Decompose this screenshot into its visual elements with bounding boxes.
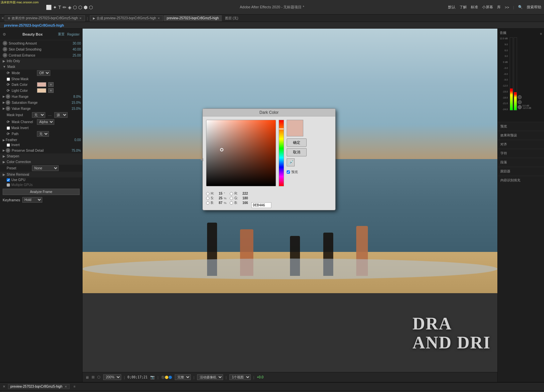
mask-input-select[interactable]: 无	[32, 112, 45, 118]
mask-invert-checkbox[interactable]	[7, 126, 10, 130]
nav-default[interactable]: 默认	[448, 5, 455, 10]
tab-effects[interactable]: ⚙ 效果控件 preview-257023-bqnCr8Gmz5-high ✕	[5, 15, 85, 21]
search-help[interactable]: 搜索帮助	[527, 5, 541, 10]
toolbar-icon-8[interactable]: ⬢	[84, 5, 88, 10]
light-color-icon[interactable]: ⟳	[7, 89, 10, 93]
path-icon[interactable]: ⟳	[7, 132, 10, 136]
hue-radio[interactable]	[206, 192, 209, 195]
eyedropper-button[interactable]: 💉	[287, 158, 295, 166]
feather-expand[interactable]: ▶	[3, 138, 5, 142]
preserve-icon[interactable]: ⟳	[6, 148, 10, 153]
info-only-section[interactable]: ▶ Info Only	[0, 58, 82, 64]
tab-comp[interactable]: ▶ 合成 preview-257023-bqnCr8Gmz5-high ✕	[90, 15, 163, 21]
preview-section-right[interactable]: 预览	[498, 122, 544, 131]
show-mask-checkbox[interactable]	[7, 78, 10, 81]
character-section[interactable]: 字符	[498, 149, 544, 158]
reset-link[interactable]: 重置	[58, 32, 65, 37]
camera-select[interactable]: 活动摄像机	[197, 374, 223, 380]
mask-channel-select[interactable]: Alpha	[37, 119, 54, 125]
timeline-tab-close[interactable]: ✕	[65, 385, 67, 388]
color-gradient-picker[interactable]	[206, 120, 276, 186]
keyframes-select[interactable]: Hold	[22, 197, 42, 203]
val-expand[interactable]: ▶	[3, 107, 5, 110]
preserve-value[interactable]: 75.0%	[72, 149, 81, 152]
sat-value[interactable]: 15.0%	[72, 101, 81, 104]
toolbar-icon-4[interactable]: ✏	[63, 5, 67, 10]
val-value[interactable]: 15.0%	[72, 107, 81, 110]
shine-removal-section[interactable]: ▶ Shine Removal	[0, 172, 82, 177]
hex-input[interactable]: DEB4A6	[251, 202, 271, 208]
contrast-icon[interactable]: ⟳	[3, 53, 7, 58]
nav-library[interactable]: 库	[497, 5, 501, 10]
g-radio[interactable]	[230, 197, 233, 200]
smoothing-value[interactable]: 30.00	[73, 42, 81, 45]
tab-comp-close[interactable]: ✕	[157, 17, 160, 20]
sat-radio[interactable]	[206, 197, 209, 200]
light-color-swatch[interactable]	[37, 88, 46, 93]
bright-radio[interactable]	[206, 201, 209, 205]
nav-standard[interactable]: 标准	[471, 5, 478, 10]
toolbar-icon-2[interactable]: ✦	[53, 5, 57, 10]
dark-color-icon[interactable]: ⟳	[7, 83, 10, 87]
effects-presets-section[interactable]: 效果和预设	[498, 131, 544, 140]
timeline-close-icon[interactable]: ✕	[3, 385, 5, 388]
register-link[interactable]: Register	[67, 33, 80, 36]
mode-select[interactable]: Off On	[37, 70, 50, 76]
hue-icon[interactable]: ⟳	[6, 94, 10, 99]
mode-icon[interactable]: ⟳	[7, 71, 10, 75]
light-color-btn[interactable]: ≡	[48, 88, 54, 93]
preset-select[interactable]: None	[32, 165, 59, 171]
preserve-expand[interactable]: ▶	[3, 149, 5, 152]
path-select[interactable]: 无	[37, 131, 49, 137]
content-aware-section[interactable]: 内容识别填充	[498, 176, 544, 185]
multiple-gpus-checkbox[interactable]	[7, 183, 10, 187]
skin-detail-value[interactable]: 40.00	[73, 48, 81, 51]
toolbar-icon-7[interactable]: ⬡	[78, 5, 82, 10]
tab-close-icon-1[interactable]: ✕	[1, 16, 4, 20]
zoom-select[interactable]: 200% 100% 50%	[103, 374, 121, 380]
nav-small[interactable]: 小屏幕	[482, 5, 493, 10]
paragraph-section[interactable]: 段落	[498, 158, 544, 167]
audio-menu-icon[interactable]: ≡	[540, 32, 542, 36]
mask-section[interactable]: ▼ Mask	[0, 64, 82, 70]
mask-channel-icon[interactable]: ⟳	[7, 120, 10, 124]
preview-checkbox[interactable]	[287, 170, 290, 174]
sat-icon[interactable]: ⟳	[6, 100, 10, 105]
contrast-value[interactable]: 25.00	[73, 54, 81, 57]
mask-input-select2[interactable]: 源	[54, 112, 68, 118]
smoothing-icon[interactable]: ⟳	[3, 41, 7, 46]
nav-learn[interactable]: 了解	[459, 5, 467, 10]
use-gpu-checkbox[interactable]	[7, 178, 10, 182]
feather-value[interactable]: 0.00	[75, 138, 81, 142]
hue-strip[interactable]	[279, 120, 284, 186]
nav-more[interactable]: >>	[505, 5, 509, 9]
toolbar-icon-5[interactable]: ◈	[68, 5, 72, 10]
toolbar-icon-1[interactable]: ⬜	[46, 5, 52, 10]
r-radio[interactable]	[230, 192, 233, 195]
timeline-tab[interactable]: preview-257023-bqnCr8Gmz5-high ✕	[8, 384, 70, 389]
dark-color-btn[interactable]: ≡	[48, 82, 54, 87]
invert-checkbox[interactable]	[7, 143, 10, 147]
dark-color-swatch[interactable]	[37, 82, 46, 87]
sharpen-section[interactable]: ▶ Sharpen	[0, 153, 82, 159]
hue-value[interactable]: 8.0%	[73, 95, 81, 98]
tab-effects-close[interactable]: ✕	[79, 17, 82, 20]
analyze-frame-button[interactable]: Analyze Frame	[3, 189, 80, 195]
views-select[interactable]: 1个视图	[229, 374, 251, 380]
search-icon[interactable]: 🔍	[518, 5, 523, 9]
tracker-section[interactable]: 跟踪器	[498, 167, 544, 176]
quality-select[interactable]: 完整 1/2	[175, 374, 191, 380]
val-icon[interactable]: ⟳	[6, 106, 10, 111]
align-section[interactable]: 对齐	[498, 140, 544, 149]
skin-detail-icon[interactable]: ⟳	[3, 47, 7, 52]
color-correction-section[interactable]: ▶ Color Correction	[0, 159, 82, 165]
hue-expand[interactable]: ▶	[3, 95, 5, 98]
cancel-button[interactable]: 取消	[287, 148, 307, 156]
camera-icon[interactable]: 📷	[150, 375, 155, 379]
sat-expand[interactable]: ▶	[3, 101, 5, 104]
tab-preview[interactable]: preview-257023-bqnCr8Gmz5-high	[164, 15, 222, 21]
confirm-button[interactable]: 确定	[287, 138, 307, 147]
timeline-expand-icon[interactable]: ≡	[74, 385, 76, 388]
toolbar-icon-3[interactable]: T	[58, 5, 61, 10]
b2-radio[interactable]	[230, 201, 233, 205]
